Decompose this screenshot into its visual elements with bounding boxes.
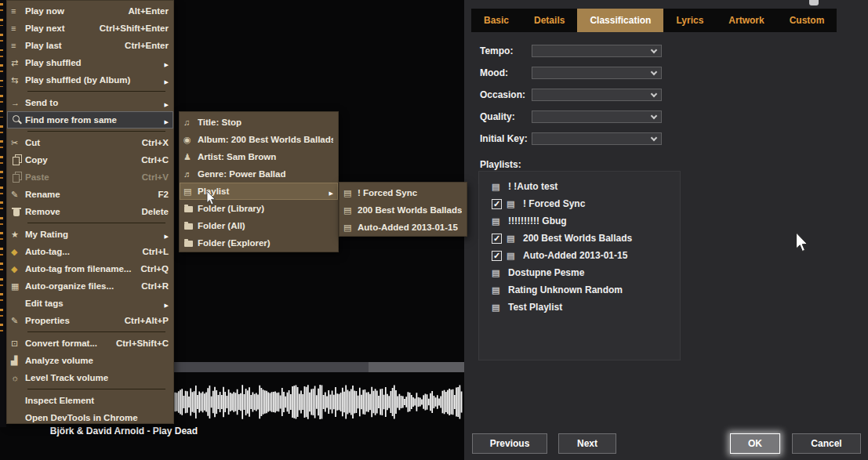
menu-item-icon	[11, 206, 25, 217]
tab-artwork[interactable]: Artwork	[716, 9, 776, 32]
playlist-item-gbug[interactable]: !!!!!!!!!! Gbug	[479, 212, 680, 230]
menu-item-send-to[interactable]: Send to	[7, 94, 173, 111]
menu-item-remove[interactable]: Remove Delete	[7, 203, 173, 220]
menu-item-convert-format[interactable]: Convert format... Ctrl+Shift+C	[7, 335, 173, 352]
menu-item-play-shuffled-by-album[interactable]: Play shuffled (by Album)	[7, 71, 173, 89]
menu-item-label: Play shuffled (by Album)	[25, 75, 156, 85]
menu-item-icon	[11, 263, 25, 274]
menu-item-label: Inspect Element	[25, 396, 162, 405]
menu-item-shortcut: Alt+Enter	[129, 6, 169, 16]
playlist-item-dostupne-pesme[interactable]: Dostupne Pesme	[479, 264, 680, 281]
tab-details[interactable]: Details	[521, 9, 577, 32]
submenu-arrow-icon	[162, 113, 169, 127]
menu-item-auto-tag[interactable]: Auto-tag... Ctrl+L	[7, 243, 173, 260]
menu-item-icon	[11, 57, 25, 68]
menu-item-level-track-volume[interactable]: Level Track volume	[7, 369, 173, 386]
menu-item-shortcut: Ctrl+X	[142, 138, 169, 147]
submenu-item-artist[interactable]: Artist: Sam Brown	[180, 148, 338, 165]
menu-item-label: Play next	[25, 24, 93, 33]
submenu-item-playlist[interactable]: Playlist	[180, 183, 338, 200]
playlist-item-test-playlist[interactable]: Test Playlist	[479, 299, 680, 316]
occasion-label: Occasion:	[480, 89, 525, 100]
menu-item-shortcut: F2	[158, 190, 169, 199]
menu-item-my-rating[interactable]: My Rating	[7, 226, 173, 243]
mood-dropdown[interactable]	[532, 67, 662, 79]
submenu-item-genre[interactable]: Genre: Power Ballad	[180, 165, 338, 183]
playlist-option-auto-added[interactable]: Auto-Added 2013-01-15	[340, 219, 467, 236]
menu-item-icon	[11, 412, 25, 423]
menu-item-label: Album: 200 Best Worlds Ballads	[198, 135, 333, 144]
playlist-label: !!!!!!!!!! Gbug	[508, 216, 567, 226]
submenu-item-title[interactable]: Title: Stop	[180, 114, 338, 131]
menu-item-label: Auto-Added 2013-01-15	[358, 223, 462, 232]
playlist-item-forced-sync[interactable]: ! Forced Sync	[479, 195, 680, 212]
playlist-label: 200 Best Worlds Ballads	[523, 233, 632, 244]
menu-item-label: Open DevTools in Chrome	[25, 413, 162, 422]
cancel-button[interactable]: Cancel	[792, 433, 861, 454]
menu-item-auto-organize-files[interactable]: Auto-organize files... Ctrl+R	[7, 277, 173, 295]
menu-item-properties[interactable]: Properties Ctrl+Alt+P	[7, 312, 173, 329]
menu-item-cut[interactable]: Cut Ctrl+X	[7, 134, 173, 151]
submenu-item-album[interactable]: Album: 200 Best Worlds Ballads	[180, 131, 338, 148]
menu-item-icon	[183, 237, 198, 248]
menu-item-edit-tags[interactable]: Edit tags	[7, 295, 173, 312]
menu-item-rename[interactable]: Rename F2	[7, 186, 173, 203]
menu-item-find-more-from-same[interactable]: Find more from same	[7, 111, 173, 129]
submenu-item-folder-library[interactable]: Folder (Library)	[180, 200, 338, 217]
occasion-dropdown[interactable]	[532, 89, 662, 101]
menu-item-icon	[11, 338, 25, 349]
ok-button[interactable]: OK	[730, 433, 780, 454]
menu-item-play-now[interactable]: Play now Alt+Enter	[7, 2, 173, 20]
menu-item-icon	[11, 154, 25, 165]
field-row-quality: Quality:	[480, 110, 825, 123]
menu-item-play-last[interactable]: Play last Ctrl+Enter	[7, 37, 173, 54]
tab-basic[interactable]: Basic	[471, 9, 521, 32]
scrollbar-thumb[interactable]	[369, 362, 464, 372]
playlist-item-200-best-worlds-ballads[interactable]: 200 Best Worlds Ballads	[479, 230, 680, 247]
submenu-arrow-icon	[162, 96, 169, 110]
menu-item-label: Rename	[25, 190, 152, 199]
menu-item-label: Auto-tag from filename...	[25, 264, 135, 273]
tab-classification[interactable]: Classification	[577, 9, 663, 32]
quality-dropdown[interactable]	[532, 110, 662, 123]
playlist-item-auto-added[interactable]: Auto-Added 2013-01-15	[479, 247, 680, 264]
tab-custom[interactable]: Custom	[777, 9, 837, 32]
playlist-checkbox[interactable]	[492, 234, 502, 244]
menu-item-icon	[11, 5, 25, 16]
menu-item-play-next[interactable]: Play next Ctrl+Shift+Enter	[7, 20, 173, 37]
tab-lyrics[interactable]: Lyrics	[663, 9, 716, 32]
menu-item-icon	[183, 168, 198, 179]
menu-item-icon	[183, 151, 198, 162]
submenu-arrow-icon	[162, 73, 169, 87]
menu-item-shortcut: Ctrl+Alt+P	[125, 316, 169, 325]
next-button[interactable]: Next	[558, 433, 616, 454]
submenu-item-folder-explorer[interactable]: Folder (Explorer)	[180, 234, 338, 252]
playlist-checkbox[interactable]	[492, 251, 502, 261]
playlist-option-200-best-worlds-ballads[interactable]: 200 Best Worlds Ballads	[340, 201, 467, 219]
menu-item-open-devtools[interactable]: Open DevTools in Chrome	[7, 409, 173, 426]
field-row-initial-key: Initial Key:	[480, 132, 825, 145]
playlist-icon	[492, 216, 503, 226]
initial-key-dropdown[interactable]	[532, 132, 662, 145]
submenu-arrow-icon	[162, 227, 169, 241]
menu-item-copy[interactable]: Copy Ctrl+C	[7, 151, 173, 168]
previous-button[interactable]: Previous	[472, 433, 547, 454]
menu-item-auto-tag-from-filename[interactable]: Auto-tag from filename... Ctrl+Q	[7, 260, 173, 277]
initial-key-label: Initial Key:	[480, 133, 528, 144]
menu-separator	[7, 89, 173, 94]
menu-item-shortcut: Ctrl+C	[141, 155, 169, 165]
chevron-down-icon	[651, 91, 657, 97]
menu-item-analyze-volume[interactable]: Analyze volume	[7, 352, 173, 369]
submenu-item-folder-all[interactable]: Folder (All)	[180, 217, 338, 234]
menu-item-label: Paste	[25, 172, 136, 182]
menu-item-inspect-element[interactable]: Inspect Element	[7, 392, 173, 409]
menu-item-play-shuffled[interactable]: Play shuffled	[7, 54, 173, 71]
playlist-item-rating-unknown-random[interactable]: Rating Unknown Random	[479, 281, 680, 299]
menu-item-icon	[11, 189, 25, 200]
pin-icon[interactable]	[809, 0, 819, 5]
tempo-dropdown[interactable]	[532, 45, 662, 57]
playlist-item-auto-test[interactable]: ! !Auto test	[479, 178, 680, 195]
playlist-option-forced-sync[interactable]: ! Forced Sync	[340, 184, 467, 201]
menu-item-label: Title: Stop	[198, 118, 333, 127]
playlist-checkbox[interactable]	[492, 199, 502, 209]
